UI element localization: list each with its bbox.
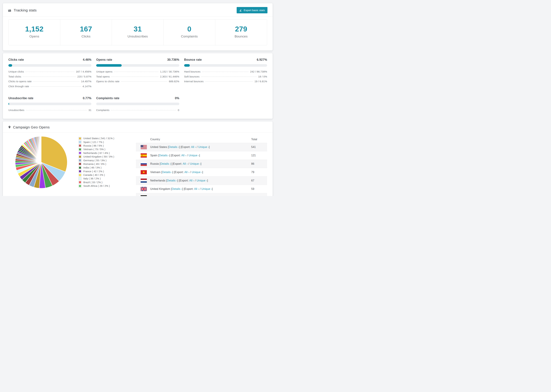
us-flag-icon	[141, 145, 147, 149]
rate-detail-label: Unique opens	[96, 70, 113, 73]
details-link[interactable]: Details ›	[163, 196, 174, 196]
summary-stat-value: 31	[113, 25, 162, 33]
gb-flag-icon	[141, 187, 147, 191]
rate-progress-track	[96, 103, 179, 105]
rate-detail-label: Complaints	[96, 109, 109, 112]
export-all-link[interactable]: All ›	[194, 188, 199, 190]
export-unique-link[interactable]: Unique ›	[197, 179, 207, 182]
geo-row-total: 541	[251, 146, 267, 149]
legend-item: France ( 42 / 2% )	[78, 169, 136, 173]
export-button-label: Export basic stats	[244, 9, 265, 12]
legend-item: Netherlands ( 67 / 4% )	[78, 151, 136, 155]
export-basic-stats-button[interactable]: Export basic stats	[237, 7, 268, 13]
rates-card: Clicks rate4.46%Unique clicks167 / 4.456…	[3, 53, 273, 119]
summary-stat-bounces: 279Bounces	[215, 20, 267, 45]
export-all-link[interactable]: All ›	[189, 179, 194, 182]
legend-label: Vietnam ( 79 / 5% )	[83, 148, 105, 151]
details-link[interactable]: Details ›	[169, 146, 179, 148]
legend-label: Italy ( 36 / 2% )	[83, 177, 101, 180]
details-link[interactable]: Details ›	[160, 162, 171, 165]
export-unique-link[interactable]: Unique ›	[192, 171, 202, 174]
legend-label: Romania ( 49 / 3% )	[83, 163, 106, 165]
de-flag-icon	[141, 195, 147, 196]
geo-row-text: United Kingdom [Details ›] [Export: All …	[150, 188, 251, 190]
bar-chart-icon	[8, 8, 12, 12]
geo-country-name: Germany [	[150, 196, 163, 196]
rate-detail-value: 220 / 5.87%	[77, 75, 91, 78]
legend-item: Brazil ( 33 / 2% )	[78, 181, 136, 184]
close-bracket: ]	[207, 179, 208, 182]
export-unique-link[interactable]: Unique ›	[198, 146, 209, 148]
export-unique-link[interactable]: Unique ›	[193, 196, 204, 196]
tracking-stats-title: Tracking stats	[8, 8, 37, 12]
geo-opens-title: Campaign Geo Opens	[8, 125, 50, 129]
dotted-leader	[114, 72, 158, 72]
rate-detail-label: Internal bounces	[184, 80, 204, 83]
legend-label: South Africa ( 29 / 2% )	[83, 185, 110, 187]
link-separator: /	[196, 146, 198, 148]
details-link[interactable]: Details ›	[159, 154, 169, 157]
summary-stat-opens: 1,152Opens	[8, 20, 60, 45]
legend-item: Romania ( 49 / 3% )	[78, 162, 136, 166]
export-all-link[interactable]: All ›	[184, 171, 189, 174]
close-bracket: ]	[201, 162, 201, 165]
legend-item: Germany ( 55 / 3% )	[78, 159, 136, 162]
link-separator: /	[194, 179, 197, 182]
details-link[interactable]: Details ›	[167, 179, 177, 182]
details-link[interactable]: Details ›	[172, 188, 182, 190]
dotted-leader	[23, 77, 76, 77]
export-all-link[interactable]: All ›	[191, 146, 196, 148]
rate-detail-row: Internal bounces19 / 6.81%	[184, 80, 267, 85]
geo-table-row-ru: Russia [Details ›] [Export: All › / Uniq…	[136, 160, 267, 168]
geo-row-total: 86	[251, 162, 267, 165]
geo-row-text: Spain [Details ›] [Export: All › / Uniqu…	[150, 154, 251, 157]
export-unique-link[interactable]: Unique ›	[201, 188, 212, 190]
legend-label: Germany ( 55 / 3% )	[83, 159, 106, 162]
export-label: ] [Export:	[171, 162, 183, 165]
geo-table: Country Total United States [Details ›] …	[136, 136, 267, 196]
legend-swatch	[78, 137, 81, 140]
close-bracket: ]	[204, 196, 204, 196]
rate-title: Complaints rate	[96, 97, 119, 100]
export-all-link[interactable]: All ›	[186, 196, 191, 196]
legend-swatch	[78, 152, 81, 154]
export-unique-link[interactable]: Unique ›	[189, 154, 199, 157]
link-separator: /	[199, 188, 201, 190]
rate-detail-label: Soft bounces	[184, 75, 199, 78]
rate-detail-value: 18 / 0%	[258, 75, 267, 78]
dotted-leader	[201, 77, 257, 77]
rate-detail-label: Clicks to opens rate	[8, 80, 32, 83]
tracking-stats-header: Tracking stats Export basic stats	[3, 3, 273, 17]
map-pin-icon	[8, 125, 11, 129]
summary-stat-label: Complaints	[165, 35, 214, 38]
geo-country-name: Spain [	[150, 154, 159, 157]
export-all-link[interactable]: All ›	[181, 154, 186, 157]
rate-block-opens-rate: Opens rate30.736%Unique opens1,152 / 30.…	[96, 58, 179, 90]
rate-detail-row: Unique clicks167 / 4.456%	[8, 70, 91, 75]
geo-table-row-us: United States [Details ›] [Export: All ›…	[136, 143, 267, 151]
geo-table-header-row: Country Total	[136, 136, 267, 143]
export-label: ] [Export:	[177, 179, 189, 182]
details-link[interactable]: Details ›	[162, 171, 172, 174]
legend-item: India ( 46 / 3% )	[78, 166, 136, 169]
legend-swatch	[78, 185, 81, 188]
rate-detail-row: Hard bounces242 / 86.738%	[184, 70, 267, 75]
geo-row-text: Netherlands [Details ›] [Export: All › /…	[150, 179, 251, 182]
summary-stat-label: Opens	[10, 35, 59, 38]
rate-block-complaints-rate: Complaints rate0%Complaints0	[96, 97, 179, 113]
legend-label: United States ( 541 / 31% )	[83, 137, 114, 140]
legend-item: Russia ( 86 / 5% )	[78, 144, 136, 147]
geo-table-row-de: Germany [Details ›] [Export: All › / Uni…	[136, 193, 267, 196]
rate-value: 0%	[175, 97, 179, 100]
legend-swatch	[78, 162, 81, 165]
rate-detail-row: Unsubscribes31	[8, 109, 91, 113]
dotted-leader	[31, 86, 81, 87]
legend-swatch	[78, 140, 81, 143]
geo-row-total: 67	[251, 179, 267, 182]
legend-swatch	[78, 148, 81, 151]
export-all-link[interactable]: All ›	[183, 162, 188, 165]
rate-detail-row: Click through rate4.147%	[8, 85, 91, 90]
export-unique-link[interactable]: Unique ›	[190, 162, 201, 165]
dotted-leader	[202, 72, 248, 72]
geo-country-name: United Kingdom [	[150, 188, 172, 190]
